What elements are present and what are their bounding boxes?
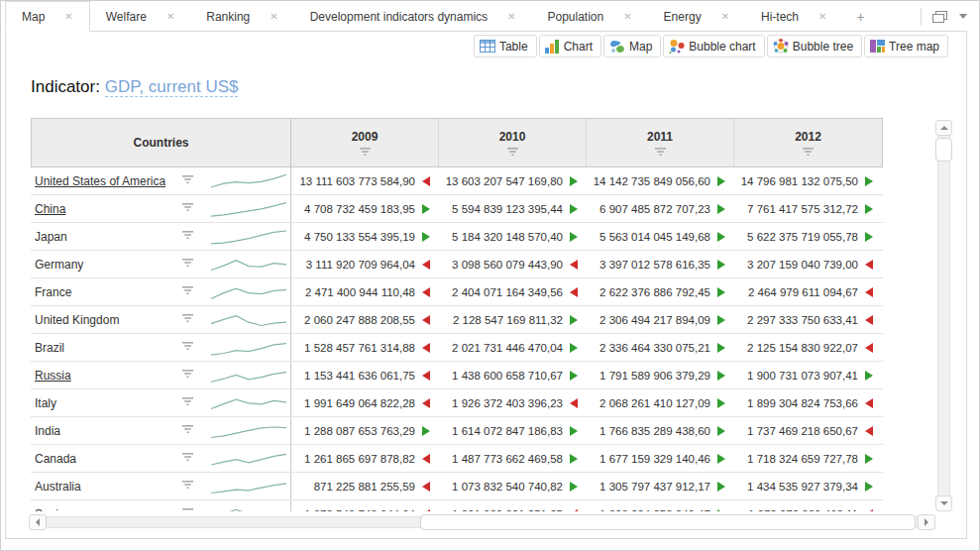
scroll-left-button[interactable] bbox=[29, 514, 47, 530]
indicator-link[interactable]: GDP, current US$ bbox=[105, 77, 239, 97]
year-column-header-2009[interactable]: 2009 bbox=[291, 119, 439, 166]
trend-up-icon bbox=[717, 287, 725, 297]
row-filter-icon[interactable] bbox=[181, 175, 194, 184]
scroll-right-button[interactable] bbox=[918, 514, 935, 530]
tab-close-icon[interactable]: ✕ bbox=[166, 12, 174, 22]
countries-column-header[interactable]: Countries bbox=[32, 119, 291, 166]
tab-ranking[interactable]: Ranking✕ bbox=[190, 1, 293, 32]
trend-down-icon bbox=[422, 509, 430, 512]
trend-down-icon bbox=[865, 287, 873, 297]
country-cell-canada[interactable]: Canada bbox=[31, 445, 291, 472]
tree-map-view-button[interactable]: Tree map bbox=[864, 35, 948, 57]
window-menu-caret-icon[interactable] bbox=[959, 14, 967, 19]
horizontal-scrollbar[interactable] bbox=[29, 514, 935, 530]
country-cell-india[interactable]: India bbox=[31, 417, 291, 444]
table-view-button[interactable]: Table bbox=[474, 35, 537, 57]
sparkline-chart bbox=[209, 449, 288, 472]
country-cell-germany[interactable]: Germany bbox=[31, 251, 291, 277]
row-filter-icon[interactable] bbox=[181, 370, 194, 379]
year-column-header-2010[interactable]: 2010 bbox=[439, 119, 587, 166]
chart-view-button[interactable]: Chart bbox=[539, 35, 601, 57]
tab-population[interactable]: Population✕ bbox=[532, 1, 648, 32]
country-cell-united-states-of-america[interactable]: United States of America bbox=[31, 167, 291, 194]
country-cell-spain[interactable]: Spain bbox=[31, 500, 291, 511]
trend-down-icon bbox=[422, 287, 430, 297]
country-cell-brazil[interactable]: Brazil bbox=[31, 334, 291, 361]
column-filter-icon[interactable] bbox=[654, 148, 667, 157]
row-filter-icon[interactable] bbox=[181, 508, 194, 511]
column-filter-icon[interactable] bbox=[802, 148, 815, 157]
value-cell: 1 073 832 540 740,82 bbox=[439, 473, 587, 499]
column-filter-icon[interactable] bbox=[506, 148, 519, 157]
table-row: Spain1 373 543 743 644,941 301 989 821 2… bbox=[31, 500, 883, 511]
country-link[interactable]: Russia bbox=[35, 369, 71, 383]
country-cell-russia[interactable]: Russia bbox=[31, 362, 291, 388]
vertical-scrollbar[interactable] bbox=[935, 120, 952, 511]
horizontal-scrollbar-thumb[interactable] bbox=[420, 514, 916, 530]
cascade-windows-icon[interactable] bbox=[931, 10, 949, 24]
country-cell-united-kingdom[interactable]: United Kingdom bbox=[31, 306, 291, 333]
row-filter-icon[interactable] bbox=[181, 342, 194, 351]
tab-hi-tech[interactable]: Hi-tech✕ bbox=[745, 1, 842, 32]
sparkline-chart bbox=[209, 504, 288, 511]
row-filter-icon[interactable] bbox=[181, 231, 194, 240]
row-filter-icon[interactable] bbox=[181, 203, 194, 212]
year-column-header-2012[interactable]: 2012 bbox=[734, 119, 882, 166]
country-cell-china[interactable]: China bbox=[31, 195, 291, 222]
row-filter-icon[interactable] bbox=[181, 286, 194, 295]
row-filter-icon[interactable] bbox=[181, 453, 194, 462]
row-filter-icon[interactable] bbox=[181, 481, 194, 490]
tab-close-icon[interactable]: ✕ bbox=[270, 12, 277, 22]
country-link[interactable]: United States of America bbox=[35, 174, 165, 188]
tab-development-indicators-dynamics[interactable]: Development indicators dynamics✕ bbox=[294, 1, 532, 32]
vertical-scrollbar-track[interactable] bbox=[937, 120, 950, 511]
row-filter-icon[interactable] bbox=[181, 259, 194, 268]
trend-up-icon bbox=[717, 398, 725, 408]
value-text: 2 336 464 330 075,21 bbox=[599, 342, 710, 354]
value-cell: 1 438 600 658 710,67 bbox=[439, 362, 587, 388]
trend-up-icon bbox=[422, 204, 430, 214]
scroll-down-button[interactable] bbox=[935, 496, 952, 511]
column-filter-icon[interactable] bbox=[359, 148, 372, 157]
value-text: 13 111 603 773 584,90 bbox=[299, 175, 415, 187]
vertical-scrollbar-thumb[interactable] bbox=[935, 138, 952, 162]
value-text: 1 373 543 743 644,94 bbox=[304, 508, 415, 512]
tab-energy[interactable]: Energy✕ bbox=[648, 1, 745, 32]
row-filter-icon[interactable] bbox=[181, 314, 194, 323]
country-cell-australia[interactable]: Australia bbox=[31, 473, 291, 499]
trend-up-icon bbox=[422, 232, 430, 242]
value-cell: 2 068 261 410 127,09 bbox=[587, 389, 734, 416]
bubble-chart-icon bbox=[669, 40, 685, 54]
value-cell: 7 761 417 575 312,72 bbox=[734, 195, 882, 222]
year-column-header-2011[interactable]: 2011 bbox=[587, 119, 734, 166]
bubble-chart-view-button[interactable]: Bubble chart bbox=[663, 35, 764, 57]
country-cell-japan[interactable]: Japan bbox=[31, 223, 291, 250]
trend-up-icon bbox=[570, 343, 578, 353]
tab-label: Population bbox=[548, 10, 604, 24]
tab-close-icon[interactable]: ✕ bbox=[507, 12, 515, 22]
value-cell: 2 306 494 217 894,09 bbox=[587, 306, 734, 333]
value-cell: 2 125 154 830 922,07 bbox=[734, 334, 882, 361]
trend-up-icon bbox=[570, 371, 578, 381]
new-tab-button[interactable]: + bbox=[842, 1, 878, 32]
tab-close-icon[interactable]: ✕ bbox=[818, 12, 826, 22]
tab-close-icon[interactable]: ✕ bbox=[721, 12, 729, 22]
country-cell-italy[interactable]: Italy bbox=[31, 389, 291, 416]
scroll-up-button[interactable] bbox=[935, 120, 952, 136]
value-text: 3 111 920 709 964,04 bbox=[306, 259, 415, 271]
tab-close-icon[interactable]: ✕ bbox=[623, 12, 631, 22]
country-link[interactable]: China bbox=[35, 202, 65, 216]
bubble-tree-view-button[interactable]: Bubble tree bbox=[767, 35, 862, 57]
tab-close-icon[interactable]: ✕ bbox=[64, 12, 72, 22]
trend-up-icon bbox=[570, 204, 578, 214]
map-view-button[interactable]: Map bbox=[603, 35, 661, 57]
table-row: India1 288 087 653 763,291 614 072 847 1… bbox=[31, 417, 883, 445]
tab-map[interactable]: Map✕ bbox=[5, 1, 90, 32]
row-filter-icon[interactable] bbox=[181, 397, 194, 406]
value-text: 1 073 832 540 740,82 bbox=[452, 481, 563, 493]
country-cell-france[interactable]: France bbox=[31, 278, 291, 305]
row-filter-icon[interactable] bbox=[181, 425, 194, 434]
tab-welfare[interactable]: Welfare✕ bbox=[90, 1, 191, 32]
value-cell: 1 153 441 636 061,75 bbox=[291, 362, 439, 388]
value-cell: 5 563 014 045 149,68 bbox=[587, 223, 734, 250]
